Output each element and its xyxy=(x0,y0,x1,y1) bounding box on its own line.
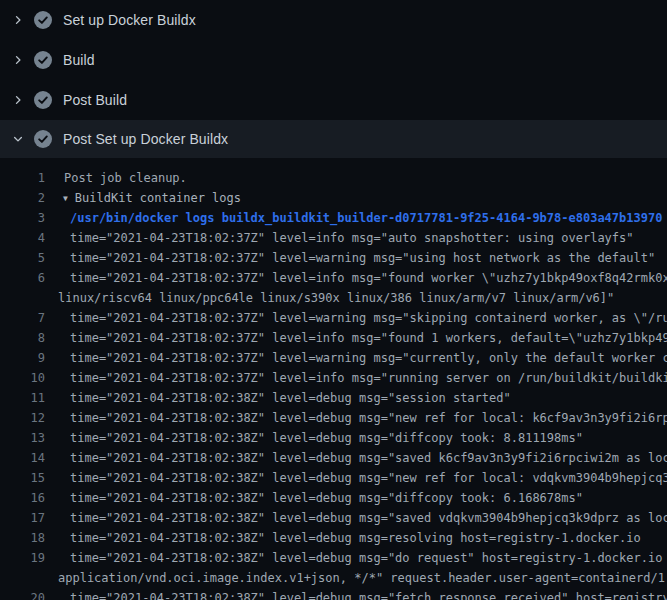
log-text: time="2021-04-23T18:02:37Z" level=info m… xyxy=(45,271,667,285)
log-line: 15time="2021-04-23T18:02:38Z" level=debu… xyxy=(0,468,667,488)
line-number[interactable]: 19 xyxy=(0,551,45,565)
log-text: time="2021-04-23T18:02:38Z" level=debug … xyxy=(45,511,667,525)
line-number[interactable]: 11 xyxy=(0,391,45,405)
line-number[interactable]: 8 xyxy=(0,331,45,345)
log-text: application/vnd.oci.image.index.v1+json,… xyxy=(45,571,667,585)
line-number[interactable]: 5 xyxy=(0,251,45,265)
check-circle-icon xyxy=(34,51,52,69)
line-number[interactable]: 18 xyxy=(0,531,45,545)
log-text: Post job cleanup. xyxy=(45,171,187,185)
check-circle-icon xyxy=(34,130,52,148)
chevron-down-icon xyxy=(12,131,24,147)
step-header-build[interactable]: Build xyxy=(0,40,667,80)
line-number[interactable]: 12 xyxy=(0,411,45,425)
chevron-right-icon xyxy=(12,52,24,68)
check-circle-icon xyxy=(34,11,52,29)
log-line: 10time="2021-04-23T18:02:37Z" level=info… xyxy=(0,368,667,388)
group-collapse-icon[interactable]: ▼ xyxy=(63,194,68,203)
log-text: time="2021-04-23T18:02:37Z" level=warnin… xyxy=(45,351,667,365)
log-text: time="2021-04-23T18:02:38Z" level=debug … xyxy=(45,531,641,545)
log-text: time="2021-04-23T18:02:38Z" level=debug … xyxy=(45,451,667,465)
log-viewer: 1Post job cleanup.2▼BuildKit container l… xyxy=(0,158,667,600)
log-line: 14time="2021-04-23T18:02:38Z" level=debu… xyxy=(0,448,667,468)
log-line: 19time="2021-04-23T18:02:38Z" level=debu… xyxy=(0,548,667,568)
log-line: 7time="2021-04-23T18:02:37Z" level=warni… xyxy=(0,308,667,328)
steps-section: Set up Docker BuildxBuildPost BuildPost … xyxy=(0,0,667,158)
step-label: Build xyxy=(63,52,95,68)
log-text: time="2021-04-23T18:02:37Z" level=info m… xyxy=(45,331,667,345)
line-number[interactable]: 4 xyxy=(0,231,45,245)
chevron-right-icon xyxy=(12,92,24,108)
log-line: 18time="2021-04-23T18:02:38Z" level=debu… xyxy=(0,528,667,548)
log-line: 20time="2021-04-23T18:02:38Z" level=debu… xyxy=(0,588,667,600)
log-line: 11time="2021-04-23T18:02:38Z" level=debu… xyxy=(0,388,667,408)
step-header-post-build[interactable]: Post Build xyxy=(0,80,667,120)
log-text: time="2021-04-23T18:02:38Z" level=debug … xyxy=(45,471,667,485)
log-line: 12time="2021-04-23T18:02:38Z" level=debu… xyxy=(0,408,667,428)
line-number[interactable]: 14 xyxy=(0,451,45,465)
log-line: 6time="2021-04-23T18:02:37Z" level=info … xyxy=(0,268,667,288)
log-text: time="2021-04-23T18:02:37Z" level=info m… xyxy=(45,371,667,385)
log-text: time="2021-04-23T18:02:37Z" level=warnin… xyxy=(45,311,667,325)
log-text: time="2021-04-23T18:02:38Z" level=debug … xyxy=(45,491,583,505)
log-text: time="2021-04-23T18:02:38Z" level=debug … xyxy=(45,591,667,600)
line-number[interactable]: 15 xyxy=(0,471,45,485)
step-label: Post Set up Docker Buildx xyxy=(63,131,228,147)
line-number[interactable]: 2 xyxy=(0,191,45,205)
log-line: 17time="2021-04-23T18:02:38Z" level=debu… xyxy=(0,508,667,528)
log-text: linux/riscv64 linux/ppc64le linux/s390x … xyxy=(45,291,614,305)
log-line: application/vnd.oci.image.index.v1+json,… xyxy=(0,568,667,588)
log-line: 3/usr/bin/docker logs buildx_buildkit_bu… xyxy=(0,208,667,228)
chevron-right-icon xyxy=(12,12,24,28)
log-text: time="2021-04-23T18:02:38Z" level=debug … xyxy=(45,431,583,445)
log-text: time="2021-04-23T18:02:37Z" level=warnin… xyxy=(45,251,655,265)
log-text: time="2021-04-23T18:02:37Z" level=info m… xyxy=(45,231,634,245)
log-line: 5time="2021-04-23T18:02:37Z" level=warni… xyxy=(0,248,667,268)
line-number[interactable]: 9 xyxy=(0,351,45,365)
log-line: linux/riscv64 linux/ppc64le linux/s390x … xyxy=(0,288,667,308)
step-header-post-set-up-docker-buildx[interactable]: Post Set up Docker Buildx xyxy=(0,120,667,158)
line-number[interactable]: 20 xyxy=(0,591,45,600)
step-label: Post Build xyxy=(63,92,127,108)
line-number[interactable]: 7 xyxy=(0,311,45,325)
log-line: 13time="2021-04-23T18:02:38Z" level=debu… xyxy=(0,428,667,448)
log-text: time="2021-04-23T18:02:38Z" level=debug … xyxy=(45,551,667,565)
log-line: 4time="2021-04-23T18:02:37Z" level=info … xyxy=(0,228,667,248)
log-command-text: /usr/bin/docker logs buildx_buildkit_bui… xyxy=(45,211,662,225)
log-line: 1Post job cleanup. xyxy=(0,168,667,188)
step-header-set-up-docker-buildx[interactable]: Set up Docker Buildx xyxy=(0,0,667,40)
log-line: 8time="2021-04-23T18:02:37Z" level=info … xyxy=(0,328,667,348)
log-line: 16time="2021-04-23T18:02:38Z" level=debu… xyxy=(0,488,667,508)
log-line: 9time="2021-04-23T18:02:37Z" level=warni… xyxy=(0,348,667,368)
log-text: time="2021-04-23T18:02:38Z" level=debug … xyxy=(45,411,667,425)
step-label: Set up Docker Buildx xyxy=(63,12,196,28)
line-number[interactable]: 6 xyxy=(0,271,45,285)
check-circle-icon xyxy=(34,91,52,109)
log-text: time="2021-04-23T18:02:38Z" level=debug … xyxy=(45,391,511,405)
log-group-title: BuildKit container logs xyxy=(75,191,241,205)
line-number[interactable]: 16 xyxy=(0,491,45,505)
line-number[interactable]: 3 xyxy=(0,211,45,225)
log-line: 2▼BuildKit container logs xyxy=(0,188,667,208)
line-number[interactable]: 13 xyxy=(0,431,45,445)
line-number[interactable]: 10 xyxy=(0,371,45,385)
line-number[interactable]: 17 xyxy=(0,511,45,525)
line-number[interactable]: 1 xyxy=(0,171,45,185)
